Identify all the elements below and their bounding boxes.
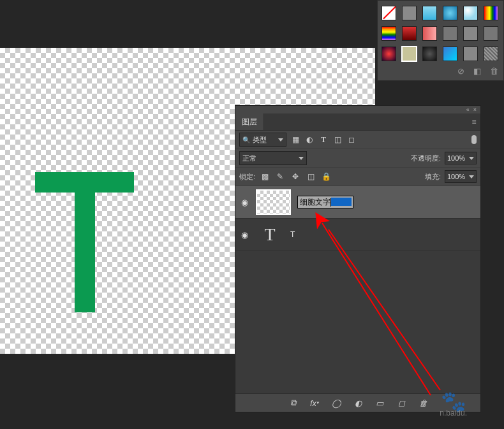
trash-icon[interactable]: 🗑 — [489, 66, 498, 75]
lock-brush-icon[interactable]: ✎ — [274, 171, 286, 182]
layer-thumbnail-type[interactable]: T — [256, 222, 284, 247]
blend-mode-value: 正常 — [242, 154, 256, 163]
visibility-eye-icon[interactable]: ◉ — [239, 230, 249, 240]
swatch[interactable] — [382, 26, 396, 41]
layer-list: ◉ 细胞文字 ◉ T T — [235, 186, 480, 393]
swatch[interactable] — [422, 47, 437, 61]
lock-pixels-icon[interactable]: ▩ — [259, 171, 271, 182]
visibility-eye-icon[interactable]: ◉ — [239, 198, 249, 207]
lock-artboard-icon[interactable]: ◫ — [305, 171, 316, 182]
swatch[interactable] — [463, 6, 478, 20]
swatch[interactable] — [402, 6, 417, 20]
layer-thumbnail[interactable] — [256, 189, 291, 215]
swatches-grid — [382, 6, 500, 61]
layer-row[interactable]: ◉ T T — [235, 219, 480, 251]
swatch[interactable] — [484, 6, 498, 20]
layer-name-label: T — [290, 230, 295, 239]
swatch-none[interactable] — [382, 6, 396, 20]
fill-value[interactable]: 100% — [445, 170, 477, 183]
panel-close-icon[interactable]: × — [473, 106, 477, 113]
layers-panel-footer: ⧉ fx▾ ◯ ◐ ▭ ◻ 🗑 — [235, 393, 480, 412]
trash-icon[interactable]: 🗑 — [418, 398, 428, 408]
swatch[interactable] — [422, 6, 437, 20]
lock-label: 锁定: — [239, 172, 255, 182]
filter-toggle[interactable] — [471, 135, 477, 144]
mask-icon[interactable]: ◯ — [331, 398, 341, 408]
no-entry-icon[interactable]: ⊘ — [456, 66, 465, 75]
layer-filter-row: 🔍 类型 ▦ ◐ T ◫ ◻ — [235, 131, 480, 149]
layer-name-input[interactable]: 细胞文字 — [297, 196, 353, 208]
swatch[interactable] — [484, 26, 498, 41]
swatches-panel: ⊘ ◧ 🗑 — [377, 0, 504, 81]
smart-filter-icon[interactable]: ◻ — [346, 135, 357, 145]
blend-mode-select[interactable]: 正常 — [239, 151, 307, 165]
adjustment-icon[interactable]: ◐ — [353, 398, 363, 408]
filter-type-label: 类型 — [253, 135, 267, 145]
blend-row: 正常 不透明度: 100% — [235, 149, 480, 168]
opacity-value[interactable]: 100% — [445, 152, 477, 164]
swatch[interactable] — [422, 26, 437, 41]
group-icon[interactable]: ▭ — [374, 398, 385, 408]
lock-move-icon[interactable]: ✥ — [290, 171, 301, 182]
swatch[interactable] — [443, 26, 457, 41]
swatch[interactable] — [463, 47, 478, 61]
type-filter-icon[interactable]: T — [318, 135, 329, 145]
swatch[interactable] — [443, 47, 457, 61]
adjust-filter-icon[interactable]: ◐ — [304, 135, 315, 145]
opacity-label: 不透明度: — [411, 154, 441, 163]
swatch[interactable] — [382, 47, 396, 61]
new-layer-icon[interactable]: ◻ — [396, 398, 406, 408]
swatch[interactable] — [443, 6, 457, 20]
fx-icon[interactable]: fx▾ — [309, 398, 320, 408]
swatch-selected[interactable] — [402, 47, 417, 61]
tab-layers[interactable]: 图层 — [235, 113, 264, 130]
new-swatch-icon[interactable]: ◧ — [473, 66, 482, 75]
panel-collapse-icon[interactable]: « — [466, 106, 470, 113]
swatch[interactable] — [402, 26, 417, 41]
swatch[interactable] — [484, 47, 498, 61]
shape-filter-icon[interactable]: ◫ — [332, 135, 343, 145]
swatch[interactable] — [463, 26, 478, 41]
panel-menu-icon[interactable]: ≡ — [468, 113, 480, 130]
lock-all-icon[interactable]: 🔒 — [320, 171, 332, 182]
layer-row[interactable]: ◉ 细胞文字 — [235, 186, 480, 219]
layers-panel: « × 图层 ≡ 🔍 类型 ▦ ◐ T ◫ ◻ 正常 不透明度: 100% — [235, 105, 481, 412]
filter-type-select[interactable]: 🔍 类型 — [239, 133, 286, 147]
image-filter-icon[interactable]: ▦ — [290, 135, 300, 145]
link-icon[interactable]: ⧉ — [288, 398, 298, 408]
fill-label: 填充: — [425, 172, 441, 182]
lock-row: 锁定: ▩ ✎ ✥ ◫ 🔒 填充: 100% — [235, 168, 480, 186]
